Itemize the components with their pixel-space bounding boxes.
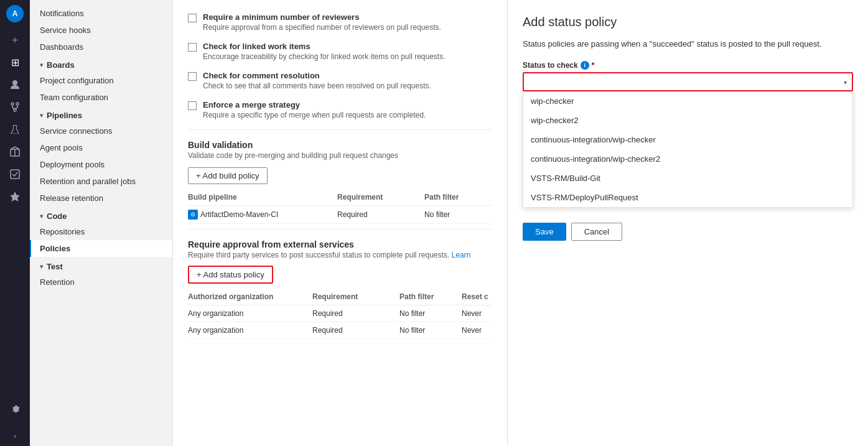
- ext-services-desc: Require third party services to post suc…: [188, 251, 492, 259]
- policy-label-linked-work: Check for linked work items: [203, 42, 446, 51]
- col-status-path-filter: Path filter: [399, 292, 462, 301]
- sidebar-item-deployment-pools[interactable]: Deployment pools: [30, 156, 172, 173]
- chevron-down-icon: ▾: [40, 62, 43, 68]
- sidebar-item-project-configuration[interactable]: Project configuration: [30, 72, 172, 89]
- col-reset: Reset c: [462, 292, 507, 301]
- build-path-filter: No filter: [424, 210, 492, 219]
- sidebar-item-service-connections[interactable]: Service connections: [30, 123, 172, 139]
- pipeline-icon: ⚙ ArtifactDemo-Maven-CI: [188, 210, 278, 220]
- build-validation-section: Build validation Validate code by pre-me…: [188, 140, 492, 224]
- main-content: Require a minimum number of reviewers Re…: [173, 0, 507, 446]
- policy-checkbox-merge-strategy[interactable]: [188, 101, 197, 110]
- pipeline-icon-symbol: ⚙: [188, 210, 198, 220]
- col-status-requirement: Requirement: [312, 292, 399, 301]
- policy-label-comment-resolution: Check for comment resolution: [203, 71, 431, 80]
- svg-point-3: [14, 109, 16, 111]
- policy-checkbox-linked-work[interactable]: [188, 43, 197, 52]
- collapse-rail-icon[interactable]: ›: [5, 426, 25, 446]
- dropdown-option-6[interactable]: VSTS-RM/DeployPullRequest: [523, 188, 852, 207]
- status-table-header: Authorized organization Requirement Path…: [188, 289, 492, 305]
- sidebar-section-pipelines[interactable]: ▾ Pipelines: [30, 106, 172, 123]
- svg-marker-11: [10, 192, 20, 202]
- col-build-pipeline: Build pipeline: [188, 193, 337, 202]
- user-icon[interactable]: [5, 75, 25, 95]
- policy-label-merge-strategy: Enforce a merge strategy: [203, 100, 426, 109]
- status-check-dropdown-container: ▾: [523, 72, 853, 91]
- panel-buttons: Save Cancel: [523, 223, 853, 241]
- status-table-row-2[interactable]: Any organization Required No filter Neve…: [188, 322, 492, 339]
- plus-icon[interactable]: ＋: [5, 30, 25, 50]
- policy-checkbox-comment-resolution[interactable]: [188, 72, 197, 81]
- path-1: No filter: [399, 309, 462, 318]
- status-check-field: Status to check i * ▾ wip-checker wip-ch…: [523, 61, 853, 208]
- panel-title: Add status policy: [523, 15, 853, 29]
- avatar[interactable]: A: [6, 5, 24, 22]
- dropdown-option-1[interactable]: wip-checker: [523, 91, 852, 111]
- field-label-status-check: Status to check i *: [523, 61, 853, 70]
- policy-checkbox-reviewers[interactable]: [188, 14, 197, 22]
- dropdown-option-3[interactable]: continuous-integration/wip-checker: [523, 130, 852, 149]
- sidebar-section-test[interactable]: ▾ Test: [30, 257, 172, 274]
- svg-line-5: [12, 108, 15, 109]
- sidebar-item-release-retention[interactable]: Release retention: [30, 190, 172, 207]
- dropdown-option-5[interactable]: VSTS-RM/Build-Git: [523, 169, 852, 188]
- save-button[interactable]: Save: [523, 223, 566, 241]
- cancel-button[interactable]: Cancel: [571, 223, 622, 241]
- build-requirement: Required: [337, 210, 424, 219]
- policy-desc-merge-strategy: Require a specific type of merge when pu…: [203, 111, 426, 119]
- policy-item-reviewers: Require a minimum number of reviewers Re…: [188, 12, 492, 32]
- sidebar-item-notifications[interactable]: Notifications: [30, 5, 172, 22]
- star-icon[interactable]: [5, 187, 25, 207]
- req-2: Required: [312, 326, 399, 335]
- beaker-icon[interactable]: [5, 119, 25, 139]
- reset-1: Never: [462, 309, 507, 318]
- git-icon[interactable]: [5, 97, 25, 117]
- sidebar-item-dashboards[interactable]: Dashboards: [30, 39, 172, 55]
- svg-point-2: [16, 103, 19, 105]
- sidebar-section-code[interactable]: ▾ Code: [30, 207, 172, 223]
- build-table-header: Build pipeline Requirement Path filter: [188, 189, 492, 206]
- add-build-policy-button[interactable]: + Add build policy: [188, 167, 268, 184]
- chevron-down-icon: ▾: [40, 112, 43, 119]
- tasks-icon[interactable]: [5, 164, 25, 184]
- settings-icon[interactable]: [5, 399, 25, 419]
- build-validation-desc: Validate code by pre-merging and buildin…: [188, 151, 492, 160]
- package-icon[interactable]: [5, 142, 25, 162]
- dropdown-option-4[interactable]: continuous-integration/wip-checker2: [523, 149, 852, 169]
- sidebar-item-policies[interactable]: Policies: [30, 240, 172, 257]
- col-org: Authorized organization: [188, 292, 312, 301]
- icon-rail: A ＋ ⊞ ›: [0, 0, 30, 446]
- right-panel: Add status policy Status policies are pa…: [507, 0, 868, 446]
- learn-link[interactable]: Learn: [452, 251, 471, 259]
- status-table-row-1[interactable]: Any organization Required No filter Neve…: [188, 305, 492, 322]
- home-icon[interactable]: ⊞: [5, 52, 25, 72]
- sidebar-item-team-configuration[interactable]: Team configuration: [30, 89, 172, 106]
- svg-rect-10: [11, 170, 19, 179]
- dropdown-list: wip-checker wip-checker2 continuous-inte…: [523, 91, 853, 208]
- policy-item-comment-resolution: Check for comment resolution Check to se…: [188, 71, 492, 90]
- reset-2: Never: [462, 326, 507, 335]
- sidebar-section-boards[interactable]: ▾ Boards: [30, 55, 172, 72]
- add-status-policy-button[interactable]: + Add status policy: [188, 266, 273, 284]
- sidebar: Notifications Service hooks Dashboards ▾…: [30, 0, 173, 446]
- build-validation-title: Build validation: [188, 140, 492, 150]
- status-check-input[interactable]: [524, 73, 852, 90]
- svg-point-0: [12, 80, 17, 85]
- ext-services-section: Require approval from external services …: [188, 239, 492, 339]
- sidebar-item-retention[interactable]: Retention: [30, 274, 172, 290]
- svg-point-1: [11, 103, 14, 105]
- required-marker: *: [592, 61, 595, 70]
- policy-item-linked-work: Check for linked work items Encourage tr…: [188, 42, 492, 61]
- sidebar-item-retention-parallel[interactable]: Retention and parallel jobs: [30, 173, 172, 190]
- sidebar-item-repositories[interactable]: Repositories: [30, 223, 172, 240]
- sidebar-item-agent-pools[interactable]: Agent pools: [30, 139, 172, 156]
- divider-1: [188, 129, 492, 130]
- org-1: Any organization: [188, 309, 312, 318]
- info-icon[interactable]: i: [581, 61, 589, 70]
- sidebar-item-service-hooks[interactable]: Service hooks: [30, 22, 172, 39]
- dropdown-option-2[interactable]: wip-checker2: [523, 111, 852, 130]
- policy-desc-linked-work: Encourage traceability by checking for l…: [203, 52, 446, 61]
- path-2: No filter: [399, 326, 462, 335]
- chevron-down-icon: ▾: [40, 213, 43, 220]
- build-table-row[interactable]: ⚙ ArtifactDemo-Maven-CI Required No filt…: [188, 206, 492, 224]
